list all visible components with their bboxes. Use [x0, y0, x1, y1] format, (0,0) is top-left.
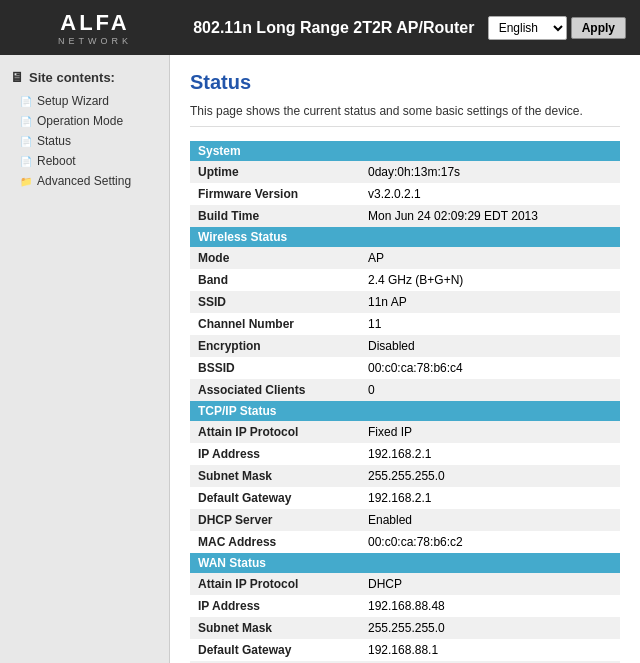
table-row: Default Gateway192.168.88.1 — [190, 639, 620, 661]
row-label: IP Address — [190, 443, 360, 465]
table-row: IP Address192.168.2.1 — [190, 443, 620, 465]
table-row: EncryptionDisabled — [190, 335, 620, 357]
table-row: Subnet Mask255.255.255.0 — [190, 617, 620, 639]
sidebar-item-advanced-setting[interactable]: 📁 Advanced Setting — [0, 171, 169, 191]
page-title: Status — [190, 71, 620, 94]
sidebar-item-operation-mode[interactable]: 📄 Operation Mode — [0, 111, 169, 131]
row-label: Subnet Mask — [190, 617, 360, 639]
row-label: Build Time — [190, 205, 360, 227]
page-description: This page shows the current status and s… — [190, 104, 620, 127]
row-value: 00:c0:ca:78:b6:c2 — [360, 531, 620, 553]
table-row: Associated Clients0 — [190, 379, 620, 401]
row-value: Fixed IP — [360, 421, 620, 443]
header-right: English Chinese Apply — [488, 16, 626, 40]
row-value: 00:c0:ca:78:b6:c4 — [360, 357, 620, 379]
row-label: Default Gateway — [190, 639, 360, 661]
table-row: Firmware Versionv3.2.0.2.1 — [190, 183, 620, 205]
table-row: SSID11n AP — [190, 291, 620, 313]
row-value: DHCP — [360, 573, 620, 595]
table-row: Channel Number11 — [190, 313, 620, 335]
status-table: SystemUptime0day:0h:13m:17sFirmware Vers… — [190, 141, 620, 663]
row-label: SSID — [190, 291, 360, 313]
page-icon-0: 📄 — [20, 96, 32, 107]
row-label: DHCP Server — [190, 509, 360, 531]
page-icon-1: 📄 — [20, 116, 32, 127]
logo-alfa: ALFA — [60, 10, 129, 36]
table-row: BSSID00:c0:ca:78:b6:c4 — [190, 357, 620, 379]
row-label: MAC Address — [190, 531, 360, 553]
row-label: Mode — [190, 247, 360, 269]
row-value: 255.255.255.0 — [360, 465, 620, 487]
folder-icon-4: 📁 — [20, 176, 32, 187]
row-value: 192.168.2.1 — [360, 443, 620, 465]
row-label: Channel Number — [190, 313, 360, 335]
top-header: ALFA NETWORK 802.11n Long Range 2T2R AP/… — [0, 0, 640, 55]
page-icon-2: 📄 — [20, 136, 32, 147]
table-row: Attain IP ProtocolFixed IP — [190, 421, 620, 443]
table-row: IP Address192.168.88.48 — [190, 595, 620, 617]
row-label: Encryption — [190, 335, 360, 357]
language-select[interactable]: English Chinese — [488, 16, 567, 40]
row-label: Subnet Mask — [190, 465, 360, 487]
sidebar: 🖥 Site contents: 📄 Setup Wizard 📄 Operat… — [0, 55, 170, 663]
row-label: Band — [190, 269, 360, 291]
sidebar-title-label: Site contents: — [29, 70, 115, 85]
row-value: 255.255.255.0 — [360, 617, 620, 639]
section-header-row: WAN Status — [190, 553, 620, 573]
row-label: Firmware Version — [190, 183, 360, 205]
table-row: Build TimeMon Jun 24 02:09:29 EDT 2013 — [190, 205, 620, 227]
row-value: Disabled — [360, 335, 620, 357]
row-label: Uptime — [190, 161, 360, 183]
sidebar-label-0: Setup Wizard — [37, 94, 109, 108]
row-value: 0day:0h:13m:17s — [360, 161, 620, 183]
row-value: 2.4 GHz (B+G+N) — [360, 269, 620, 291]
row-value: Mon Jun 24 02:09:29 EDT 2013 — [360, 205, 620, 227]
sidebar-item-setup-wizard[interactable]: 📄 Setup Wizard — [0, 91, 169, 111]
row-value: 11n AP — [360, 291, 620, 313]
apply-button[interactable]: Apply — [571, 17, 626, 39]
section-header-row: TCP/IP Status — [190, 401, 620, 421]
content-area: Status This page shows the current statu… — [170, 55, 640, 663]
row-value: 192.168.2.1 — [360, 487, 620, 509]
sidebar-label-4: Advanced Setting — [37, 174, 131, 188]
table-row: DHCP ServerEnabled — [190, 509, 620, 531]
page-icon-3: 📄 — [20, 156, 32, 167]
table-row: Band2.4 GHz (B+G+N) — [190, 269, 620, 291]
row-value: Enabled — [360, 509, 620, 531]
logo-area: ALFA NETWORK — [10, 10, 180, 46]
header-title: 802.11n Long Range 2T2R AP/Router — [180, 19, 488, 37]
sidebar-label-2: Status — [37, 134, 71, 148]
row-label: Default Gateway — [190, 487, 360, 509]
table-row: ModeAP — [190, 247, 620, 269]
row-value: AP — [360, 247, 620, 269]
row-value: 0 — [360, 379, 620, 401]
row-label: Attain IP Protocol — [190, 421, 360, 443]
sidebar-title: 🖥 Site contents: — [0, 63, 169, 91]
table-row: Subnet Mask255.255.255.0 — [190, 465, 620, 487]
row-value: 192.168.88.1 — [360, 639, 620, 661]
main-layout: 🖥 Site contents: 📄 Setup Wizard 📄 Operat… — [0, 55, 640, 663]
table-row: Attain IP ProtocolDHCP — [190, 573, 620, 595]
row-value: v3.2.0.2.1 — [360, 183, 620, 205]
logo-network: NETWORK — [58, 36, 132, 46]
row-label: Attain IP Protocol — [190, 573, 360, 595]
sidebar-item-reboot[interactable]: 📄 Reboot — [0, 151, 169, 171]
sidebar-title-icon: 🖥 — [10, 69, 24, 85]
section-header-row: Wireless Status — [190, 227, 620, 247]
table-row: MAC Address00:c0:ca:78:b6:c2 — [190, 531, 620, 553]
row-label: BSSID — [190, 357, 360, 379]
sidebar-item-status[interactable]: 📄 Status — [0, 131, 169, 151]
section-header-row: System — [190, 141, 620, 161]
row-value: 11 — [360, 313, 620, 335]
sidebar-label-3: Reboot — [37, 154, 76, 168]
table-row: Default Gateway192.168.2.1 — [190, 487, 620, 509]
sidebar-label-1: Operation Mode — [37, 114, 123, 128]
row-label: IP Address — [190, 595, 360, 617]
row-label: Associated Clients — [190, 379, 360, 401]
row-value: 192.168.88.48 — [360, 595, 620, 617]
table-row: Uptime0day:0h:13m:17s — [190, 161, 620, 183]
